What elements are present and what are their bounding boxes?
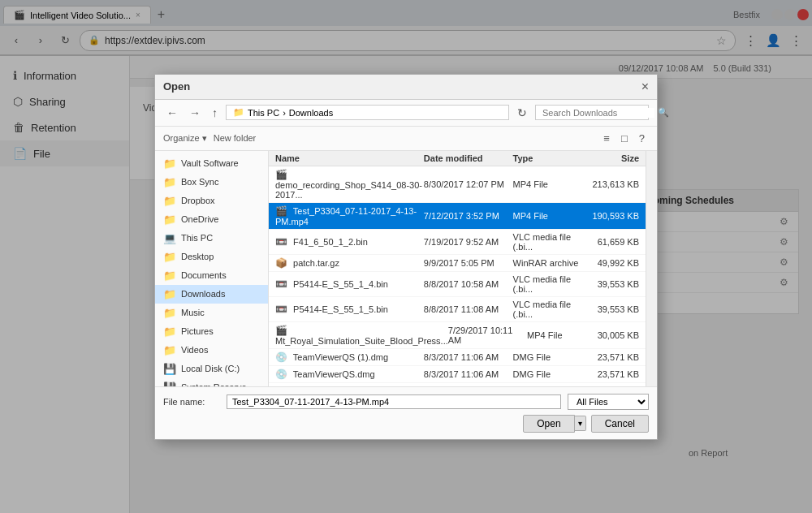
view-help-btn[interactable]: ?	[635, 130, 649, 147]
file-row[interactable]: 🎬 Mt_Royal_Simulation_Suite_Blood_Press.…	[269, 322, 646, 349]
file-type: VLC media file (.bi...	[513, 274, 587, 294]
file-date: 7/12/2017 3:52 PM	[424, 211, 513, 221]
view-icon-btn[interactable]: □	[617, 130, 632, 147]
path-thispc[interactable]: This PC	[248, 108, 279, 118]
dialog-nav: ← → ↑ 📁 This PC › Downloads ↻ 🔍	[155, 100, 657, 127]
file-type-icon: 🎬	[275, 325, 287, 336]
file-row[interactable]: 💿 TeamViewerQS.dmg 8/3/2017 11:06 AM DMG…	[269, 366, 646, 383]
file-list-header: Name Date modified Type Size	[269, 151, 646, 166]
path-downloads[interactable]: Downloads	[289, 108, 333, 118]
file-size: 39,553 KB	[587, 304, 639, 314]
file-type-icon: 💿	[275, 351, 287, 363]
path-part-1: 📁	[233, 107, 244, 118]
folder-icon: 📁	[163, 269, 176, 282]
file-name: 🎬 demo_recording_Shop_S414_08-30-2017...	[275, 169, 424, 200]
file-row[interactable]: 📼 P5414-E_S_55_1_5.bin 8/8/2017 11:08 AM…	[269, 297, 646, 322]
drive-icon: 💾	[163, 382, 176, 386]
folder-icon: 📁	[163, 213, 176, 226]
sidebar-videos[interactable]: 📁 Videos	[155, 341, 268, 360]
folder-icon: 📁	[163, 251, 176, 263]
dialog-titlebar: Open ×	[155, 75, 657, 100]
file-name: 📼 P5414-E_S_55_1_5.bin	[275, 304, 424, 315]
filename-input[interactable]	[227, 394, 561, 409]
file-type-icon: 📼	[275, 304, 287, 315]
file-type-icon: 🎬	[275, 205, 287, 217]
sidebar-downloads[interactable]: 📁 Downloads	[155, 285, 268, 304]
file-row[interactable]: 📼 P5414-E_S_55_1_4.bin 8/8/2017 10:58 AM…	[269, 272, 646, 297]
sidebar-sysreserved[interactable]: 💾 System Reserve...	[155, 378, 268, 386]
dialog-sidebar: 📁 Vault Software 📁 Box Sync 📁 Dropbox 📁 …	[155, 151, 269, 386]
cancel-button[interactable]: Cancel	[591, 415, 649, 433]
file-row[interactable]: 🎬 Test_P3304_07-11-2017_4-13-PM.mp4 7/12…	[269, 203, 646, 230]
toolbar-right: ≡ □ ?	[599, 130, 649, 147]
file-name: 📼 P5414-E_S_55_1_4.bin	[275, 278, 424, 290]
file-row[interactable]: 💿 TeamViewerQS (1).dmg 8/3/2017 11:06 AM…	[269, 349, 646, 366]
file-size: 213,613 KB	[587, 179, 639, 189]
file-row[interactable]: 📦 patch.tar.gz 9/9/2017 5:05 PM WinRAR a…	[269, 255, 646, 272]
col-size-header[interactable]: Size	[587, 153, 639, 163]
sidebar-boxsync[interactable]: 📁 Box Sync	[155, 173, 268, 192]
sidebar-dropbox[interactable]: 📁 Dropbox	[155, 192, 268, 210]
file-row[interactable]: 📼 F41_6_50_1_2.bin 7/19/2017 9:52 AM VLC…	[269, 230, 646, 255]
sidebar-localdisk[interactable]: 💾 Local Disk (C:)	[155, 360, 268, 378]
dialog-back-btn[interactable]: ←	[163, 105, 181, 121]
file-date: 8/8/2017 11:08 AM	[424, 304, 513, 314]
dialog-refresh-btn[interactable]: ↻	[514, 105, 530, 121]
file-row[interactable]: ⚙ TeamViewerQS (1).exe 7/27/2017 9:24 AM…	[269, 383, 646, 386]
filename-label: File name:	[163, 397, 220, 407]
sidebar-onedrive[interactable]: 📁 OneDrive	[155, 210, 268, 229]
file-size: 190,593 KB	[587, 211, 639, 221]
file-name: 🎬 Test_P3304_07-11-2017_4-13-PM.mp4	[275, 205, 424, 226]
toolbar-left: Organize ▾ New folder	[163, 133, 256, 144]
file-name: 💿 TeamViewerQS.dmg	[275, 369, 424, 380]
file-type: VLC media file (.bi...	[513, 300, 587, 319]
file-size: 39,553 KB	[587, 279, 639, 289]
col-date-header[interactable]: Date modified	[424, 153, 513, 163]
file-date: 8/30/2017 12:07 PM	[424, 179, 513, 189]
dialog-up-btn[interactable]: ↑	[209, 105, 221, 121]
dialog-path[interactable]: 📁 This PC › Downloads	[226, 105, 509, 120]
file-type: MP4 File	[513, 179, 587, 189]
footer-buttons: Open ▾ Cancel	[163, 415, 649, 433]
dialog-forward-btn[interactable]: →	[186, 105, 204, 121]
file-date: 8/8/2017 10:58 AM	[424, 279, 513, 289]
filetype-select[interactable]: All Files	[568, 394, 649, 410]
file-date: 7/19/2017 9:52 AM	[424, 237, 513, 247]
open-button[interactable]: Open	[523, 415, 574, 433]
view-list-btn[interactable]: ≡	[599, 130, 614, 147]
file-size: 49,992 KB	[587, 258, 639, 268]
file-name: 📼 F41_6_50_1_2.bin	[275, 236, 424, 248]
sidebar-desktop[interactable]: 📁 Desktop	[155, 248, 268, 266]
file-row[interactable]: 🎬 demo_recording_Shop_S414_08-30-2017...…	[269, 166, 646, 203]
sidebar-documents[interactable]: 📁 Documents	[155, 266, 268, 285]
search-input[interactable]	[542, 108, 654, 118]
dialog-close-btn[interactable]: ×	[641, 80, 649, 94]
file-name: 🎬 Mt_Royal_Simulation_Suite_Blood_Press.…	[275, 325, 448, 346]
col-type-header[interactable]: Type	[513, 153, 587, 163]
scrollbar[interactable]	[646, 151, 657, 386]
file-type: WinRAR archive	[513, 258, 587, 268]
file-rows-container: 🎬 demo_recording_Shop_S414_08-30-2017...…	[269, 166, 646, 386]
dialog-file-list: Name Date modified Type Size 🎬 demo_reco…	[269, 151, 646, 386]
sidebar-vault[interactable]: 📁 Vault Software	[155, 154, 268, 173]
file-type-icon: 🎬	[275, 169, 287, 180]
open-btn-group: Open ▾	[523, 415, 585, 433]
organize-btn[interactable]: Organize ▾	[163, 133, 207, 144]
file-type-icon: 💿	[275, 369, 287, 380]
file-type: DMG File	[513, 369, 587, 379]
col-name-header[interactable]: Name	[275, 153, 424, 163]
file-date: 8/3/2017 11:06 AM	[424, 369, 513, 379]
open-btn-dropdown[interactable]: ▾	[575, 416, 586, 431]
dialog-footer: File name: All Files Open ▾ Cancel	[155, 386, 657, 439]
sidebar-music[interactable]: 📁 Music	[155, 304, 268, 322]
file-type: MP4 File	[513, 211, 587, 221]
dialog-search[interactable]: 🔍	[535, 105, 649, 120]
file-date: 9/9/2017 5:05 PM	[424, 258, 513, 268]
new-folder-btn[interactable]: New folder	[214, 133, 257, 144]
sidebar-thispc[interactable]: 💻 This PC	[155, 229, 268, 248]
file-type: MP4 File	[527, 330, 593, 340]
file-name: 💿 TeamViewerQS (1).dmg	[275, 351, 424, 363]
file-size: 23,571 KB	[587, 352, 639, 362]
sidebar-pictures[interactable]: 📁 Pictures	[155, 322, 268, 341]
filename-row: File name: All Files	[163, 394, 649, 410]
